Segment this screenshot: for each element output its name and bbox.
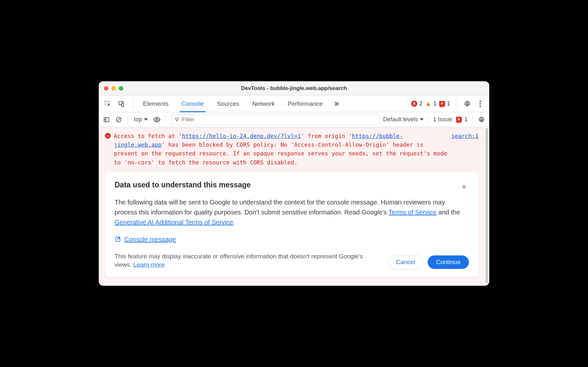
error-icon: ✕ — [105, 133, 111, 139]
clear-icon — [116, 116, 122, 123]
console-error-row: ✕ Access to fetch at 'https://hello-io-2… — [105, 132, 479, 167]
tab-label: Sources — [217, 100, 239, 107]
window-minimize-button[interactable] — [111, 86, 116, 91]
error-icon: ✕ — [411, 101, 417, 107]
tab-network[interactable]: Network — [246, 95, 281, 112]
live-expression-button[interactable] — [152, 115, 161, 124]
svg-rect-2 — [122, 103, 124, 106]
toggle-sidebar-button[interactable] — [102, 115, 111, 124]
error-count-badge[interactable]: ✕ 2 — [411, 100, 422, 107]
inspect-element-icon[interactable] — [103, 99, 112, 108]
continue-button[interactable]: Continue — [428, 255, 469, 269]
svg-point-12 — [481, 119, 482, 121]
separator — [166, 115, 166, 124]
close-icon — [461, 184, 467, 190]
error-text-segment: ' from origin ' — [301, 133, 352, 139]
warning-count-badge[interactable]: ▲ 1 — [425, 100, 437, 107]
card-body-text: . — [233, 219, 235, 226]
tab-label: Console — [181, 100, 204, 107]
tab-label: Network — [252, 100, 275, 107]
issues-label: 1 Issue: — [433, 116, 453, 123]
tab-label: Elements — [143, 100, 168, 107]
error-source-link[interactable]: search:1 — [451, 132, 479, 141]
warning-icon: ▲ — [425, 100, 431, 107]
scrollbar-thumb[interactable] — [485, 128, 488, 283]
tab-performance[interactable]: Performance — [281, 95, 329, 112]
issues-count: 1 — [464, 116, 468, 123]
gear-icon — [478, 116, 485, 123]
warning-count: 1 — [433, 100, 437, 107]
svg-point-5 — [480, 103, 481, 104]
gen-ai-terms-link[interactable]: Generative AI Additional Terms of Servic… — [115, 219, 233, 226]
cancel-button[interactable]: Cancel — [388, 255, 423, 269]
tab-elements[interactable]: Elements — [137, 95, 175, 112]
chevron-down-icon — [420, 118, 424, 121]
separator — [428, 115, 429, 124]
separator — [133, 99, 133, 109]
error-text-segment: Access to fetch at ' — [114, 133, 182, 139]
execution-context-selector[interactable]: top — [133, 116, 149, 123]
svg-point-4 — [480, 100, 481, 102]
card-body-text: and the — [437, 209, 460, 216]
clear-console-button[interactable] — [114, 115, 123, 124]
gear-icon — [464, 100, 471, 107]
window-maximize-button[interactable] — [119, 86, 123, 91]
context-label: top — [134, 116, 142, 123]
traffic-lights — [99, 86, 123, 91]
log-levels-selector[interactable]: Default levels — [383, 116, 424, 123]
devtools-tabs-bar: Elements Console Sources Network Perform… — [99, 95, 489, 112]
issue-icon: ✕ — [439, 101, 445, 107]
filter-icon — [174, 117, 179, 122]
window-title: DevTools - bubble-jingle.web.app/search — [99, 85, 489, 92]
error-url-link[interactable]: https://hello-io-24.deno.dev/?lvl=1 — [182, 133, 301, 139]
error-text-segment: ' has been blocked by CORS policy: No 'A… — [114, 142, 447, 165]
learn-more-link[interactable]: Learn more — [133, 261, 165, 268]
sidebar-toggle-icon — [103, 116, 110, 123]
devtools-window: DevTools - bubble-jingle.web.app/search … — [99, 81, 489, 286]
disclaimer-text: This feature may display inaccurate or o… — [115, 252, 378, 269]
card-body: The following data will be sent to Googl… — [115, 197, 469, 227]
titlebar: DevTools - bubble-jingle.web.app/search — [99, 81, 489, 95]
issue-count-badge[interactable]: ✕ 1 — [439, 100, 450, 107]
tabs-overflow-button[interactable] — [329, 100, 343, 107]
settings-button[interactable] — [462, 99, 472, 109]
tab-console[interactable]: Console — [175, 95, 210, 112]
tab-sources[interactable]: Sources — [210, 95, 246, 112]
console-area: ✕ Access to fetch at 'https://hello-io-2… — [99, 127, 489, 286]
svg-point-6 — [480, 105, 481, 107]
console-content: ✕ Access to fetch at 'https://hello-io-2… — [99, 128, 484, 283]
levels-label: Default levels — [383, 116, 418, 123]
svg-line-10 — [117, 118, 120, 121]
vertical-scrollbar[interactable] — [485, 127, 489, 286]
filter-input[interactable] — [182, 116, 376, 123]
console-message-link-row: Console message — [115, 236, 469, 243]
console-toolbar: top Default levels 1 Issue: ✕ 1 — [99, 112, 489, 127]
card-close-button[interactable] — [459, 182, 469, 192]
issue-count: 1 — [447, 100, 450, 107]
filter-input-container[interactable] — [171, 114, 380, 125]
console-message-data-link[interactable]: Console message — [124, 236, 176, 243]
device-toolbar-icon[interactable] — [117, 99, 126, 108]
console-settings-button[interactable] — [477, 115, 486, 124]
data-disclosure-card: Data used to understand this message The… — [105, 172, 479, 277]
panel-tabs: Elements Console Sources Network Perform… — [137, 95, 329, 112]
terms-of-service-link[interactable]: Terms of Service — [389, 209, 437, 216]
error-message: Access to fetch at 'https://hello-io-24.… — [114, 132, 448, 167]
separator — [456, 99, 456, 109]
issue-icon: ✕ — [456, 117, 462, 123]
separator — [128, 115, 128, 124]
card-title: Data used to understand this message — [115, 181, 251, 189]
eye-icon — [153, 116, 161, 124]
kebab-icon — [479, 100, 481, 107]
svg-point-3 — [466, 103, 468, 105]
tab-label: Performance — [288, 100, 323, 107]
open-external-icon — [115, 236, 121, 243]
window-close-button[interactable] — [104, 86, 108, 91]
chevron-down-icon — [144, 118, 148, 121]
separator — [472, 115, 472, 124]
more-menu-button[interactable] — [475, 99, 485, 109]
issues-indicator[interactable]: 1 Issue: ✕ 1 — [433, 116, 468, 123]
error-count: 2 — [419, 100, 422, 107]
svg-point-11 — [156, 119, 158, 121]
